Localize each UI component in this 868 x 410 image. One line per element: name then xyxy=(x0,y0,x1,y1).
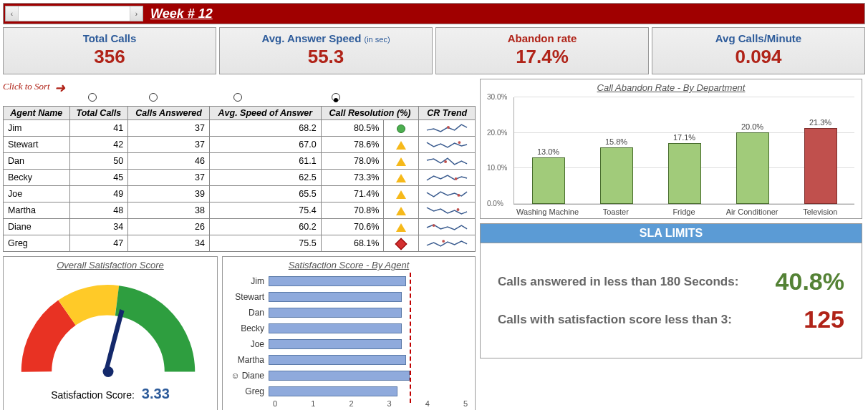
sparkline-icon xyxy=(425,237,468,250)
kpi-value: 17.4% xyxy=(436,46,648,68)
agent-bar-row: Martha xyxy=(227,352,471,368)
spinner-prev[interactable]: ‹ xyxy=(6,6,19,21)
kpi-title: Avg. Answer Speed (in sec) xyxy=(220,32,432,44)
bar-value-label: 17.1% xyxy=(673,133,695,142)
cell-cr: 70.6% xyxy=(321,219,384,235)
cell-cr: 80.5% xyxy=(321,120,384,137)
bar-value-label: 13.0% xyxy=(537,147,559,156)
cell-cr: 71.4% xyxy=(321,186,384,202)
bar-value-label: 15.8% xyxy=(605,137,627,146)
cell-sparkline xyxy=(419,153,476,170)
table-row[interactable]: Dan504661.178.0% xyxy=(4,153,476,170)
table-row[interactable]: Becky453762.573.3% xyxy=(4,170,476,186)
sla-body: Calls answered in less than 180 Seconds:… xyxy=(480,243,862,358)
by-agent-title: Satisfaction Score - By Agent xyxy=(227,260,471,270)
agent-bar-label: Dan xyxy=(227,308,269,318)
agent-table: Agent Name Total Calls Calls Answered Av… xyxy=(3,106,476,252)
triangle-yellow-icon xyxy=(396,223,406,232)
bar-fill xyxy=(736,132,769,204)
sort-radio-calls-answered[interactable] xyxy=(149,93,158,102)
cell-indicator xyxy=(384,153,419,170)
cell-total: 50 xyxy=(69,153,128,170)
cell-cr: 78.0% xyxy=(321,153,384,170)
cell-cr: 70.8% xyxy=(321,202,384,219)
cell-agent: Diane xyxy=(4,219,70,235)
table-row[interactable]: Greg473475.568.1% xyxy=(4,235,476,252)
cell-total: 47 xyxy=(69,235,128,252)
abandon-chart-panel: Call Abandon Rate - By Department 0.0%10… xyxy=(480,79,862,219)
gauge-label: Satisfaction Score: 3.33 xyxy=(8,386,213,402)
sort-radio-call-resolution[interactable] xyxy=(332,93,340,102)
kpi-value: 0.094 xyxy=(652,46,864,68)
table-header-row: Agent Name Total Calls Calls Answered Av… xyxy=(4,107,476,120)
week-spinner[interactable]: ‹ › xyxy=(5,6,143,21)
abandon-x-labels: Washing MachineToasterFridgeAir Conditio… xyxy=(513,208,854,216)
kpi-value: 356 xyxy=(4,46,216,68)
triangle-yellow-icon xyxy=(396,207,406,215)
th-total[interactable]: Total Calls xyxy=(69,107,128,120)
cell-agent: Greg xyxy=(4,235,70,252)
bar-column: 15.8% xyxy=(595,137,638,204)
sla-text: Calls answered in less than 180 Seconds: xyxy=(498,274,776,289)
agent-bar-row: Dan xyxy=(227,305,471,321)
agent-bar-row: Stewart xyxy=(227,289,471,305)
cell-answered: 37 xyxy=(128,170,210,186)
th-answered[interactable]: Calls Answered xyxy=(128,107,210,120)
table-row[interactable]: Jim413768.280.5% xyxy=(4,120,476,137)
table-row[interactable]: Stewart423767.078.6% xyxy=(4,137,476,153)
th-speed[interactable]: Avg. Speed of Answer xyxy=(209,107,321,120)
x-tick-label: Toaster xyxy=(584,208,648,216)
sparkline-icon xyxy=(425,220,468,233)
y-tick-label: 0.0% xyxy=(487,200,503,208)
cell-answered: 39 xyxy=(128,186,210,202)
cell-answered: 34 xyxy=(128,235,210,252)
th-agent[interactable]: Agent Name xyxy=(4,107,70,120)
svg-point-7 xyxy=(442,240,445,243)
agent-bar-label: Jim xyxy=(227,276,269,286)
gauge-panel: Overall Satisfaction Score Satisfaction … xyxy=(3,256,218,410)
cell-sparkline xyxy=(419,137,476,153)
sparkline-icon xyxy=(425,204,468,217)
sparkline-icon xyxy=(425,171,468,184)
arrow-icon: ➜ xyxy=(54,80,65,96)
sla-text: Calls with satisfaction score less than … xyxy=(498,312,804,327)
kpi-value: 55.3 xyxy=(220,46,432,68)
smiley-icon: ☺ xyxy=(231,371,239,381)
sla-header: SLA LIMITS xyxy=(480,223,862,243)
cell-speed: 75.4 xyxy=(209,202,321,219)
cell-answered: 46 xyxy=(128,153,210,170)
circle-green-icon xyxy=(397,125,405,133)
agent-bar-track xyxy=(269,354,471,366)
svg-point-9 xyxy=(103,366,114,377)
by-agent-panel: Satisfaction Score - By Agent JimStewart… xyxy=(222,256,476,410)
bar-fill xyxy=(804,128,837,205)
kpi-title: Total Calls xyxy=(4,32,216,44)
sort-radio-avg-speed[interactable] xyxy=(233,93,242,102)
table-row[interactable]: Joe493965.571.4% xyxy=(4,186,476,202)
bar-value-label: 21.3% xyxy=(809,118,831,127)
cell-indicator xyxy=(384,170,419,186)
x-tick-label: Fridge xyxy=(652,208,716,216)
cell-agent: Joe xyxy=(4,186,70,202)
cell-indicator xyxy=(384,235,419,252)
th-resolution[interactable]: Call Resolution (%) xyxy=(321,107,419,120)
spinner-next[interactable]: › xyxy=(130,6,143,21)
sort-radio-total-calls[interactable] xyxy=(88,93,97,102)
cell-cr: 78.6% xyxy=(321,137,384,153)
cell-speed: 60.2 xyxy=(209,219,321,235)
cell-cr: 73.3% xyxy=(321,170,384,186)
diamond-red-icon xyxy=(395,238,408,250)
svg-point-1 xyxy=(458,141,461,144)
agent-bar-fill xyxy=(269,339,402,349)
cell-speed: 67.0 xyxy=(209,137,321,153)
cell-answered: 37 xyxy=(128,120,210,137)
bar-column: 21.3% xyxy=(799,118,842,205)
agent-bar-track xyxy=(269,307,471,318)
x-tick-label: Air Conditioner xyxy=(720,208,784,216)
table-row[interactable]: Diane342660.270.6% xyxy=(4,219,476,235)
kpi-calls-per-minute: Avg Calls/Minute 0.094 xyxy=(652,27,865,74)
th-trend[interactable]: CR Trend xyxy=(419,107,476,120)
table-row[interactable]: Martha483875.470.8% xyxy=(4,202,476,219)
sort-hint: Click to Sort ➜ xyxy=(3,79,476,94)
agent-bar-label: Stewart xyxy=(227,292,269,302)
